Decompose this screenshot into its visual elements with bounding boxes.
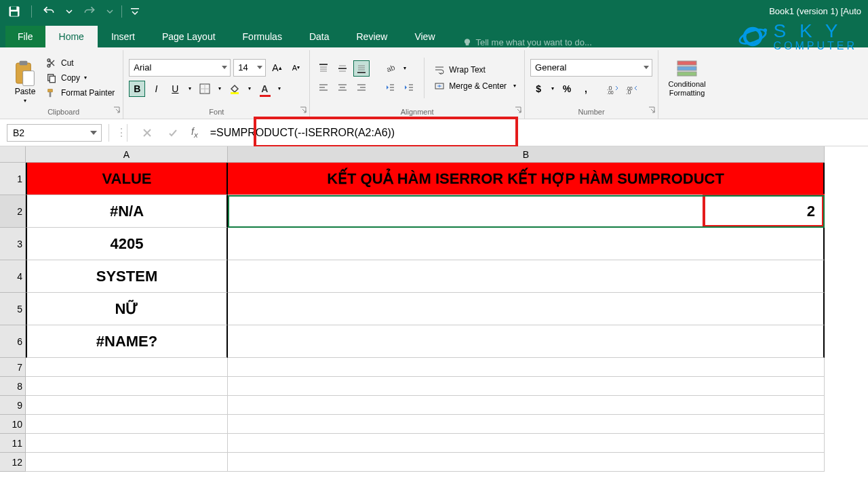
cell-B8[interactable] [228,377,825,396]
copy-button[interactable]: Copy ▾ [43,71,117,85]
select-all-corner[interactable] [0,146,26,163]
paste-button[interactable]: Paste ▾ [9,52,41,104]
tell-me-search[interactable]: Tell me what you want to do... [462,37,592,47]
tab-home[interactable]: Home [45,26,98,47]
dialog-launcher-icon[interactable] [300,106,307,115]
accounting-format-button[interactable]: $ [530,81,547,97]
cell-A10[interactable] [26,415,228,434]
decrease-font-button[interactable]: A▾ [288,60,304,76]
col-header-A[interactable]: A [26,146,228,163]
tab-formulas[interactable]: Formulas [229,26,296,47]
cell-B5[interactable] [228,293,825,325]
dialog-launcher-icon[interactable] [113,106,120,115]
cell-A11[interactable] [26,434,228,453]
cut-button[interactable]: Cut [43,56,117,70]
orientation-dropdown[interactable]: ▾ [401,60,409,77]
cell-A12[interactable] [26,453,228,472]
formula-input[interactable] [203,124,868,142]
redo-dropdown[interactable] [106,3,113,20]
cell-B10[interactable] [228,415,825,434]
font-color-button[interactable]: A [256,81,273,97]
cell-A4[interactable]: SYSTEM [26,260,228,293]
tab-page-layout[interactable]: Page Layout [149,26,229,47]
row-header-9[interactable]: 9 [0,396,26,415]
cell-B12[interactable] [228,453,825,472]
row-header-11[interactable]: 11 [0,434,26,453]
cancel-formula-button[interactable] [138,124,156,142]
borders-button[interactable] [197,81,213,97]
cell-A1[interactable]: VALUE [26,163,228,195]
dialog-launcher-icon[interactable] [515,106,521,115]
cell-B6[interactable] [228,325,825,358]
orientation-button[interactable]: ab [382,60,398,77]
fx-icon[interactable]: fx [191,126,198,139]
name-box[interactable]: B2 [7,124,102,142]
cell-A8[interactable] [26,377,228,396]
cell-A9[interactable] [26,396,228,415]
font-color-dropdown[interactable]: ▾ [275,81,283,97]
bold-button[interactable]: B [129,81,145,97]
wrap-text-button[interactable]: Wrap Text [431,63,519,77]
dialog-launcher-icon[interactable] [648,106,655,115]
underline-dropdown[interactable]: ▾ [186,81,194,97]
cell-B7[interactable] [228,358,825,377]
redo-button[interactable] [81,3,98,20]
row-header-2[interactable]: 2 [0,195,26,228]
number-format-combo[interactable]: General [530,59,652,77]
save-button[interactable] [5,3,23,20]
font-size-combo[interactable]: 14 [233,59,266,77]
cell-B3[interactable] [228,228,825,260]
row-header-1[interactable]: 1 [0,163,26,195]
undo-button[interactable] [40,3,58,20]
tab-view[interactable]: View [401,26,448,47]
percent-button[interactable]: % [559,81,575,97]
fill-color-dropdown[interactable]: ▾ [245,81,254,97]
tab-file[interactable]: File [5,26,45,47]
format-painter-button[interactable]: Format Painter [43,86,117,100]
cell-A2[interactable]: #N/A [26,195,228,228]
tab-review[interactable]: Review [343,26,401,47]
row-header-6[interactable]: 6 [0,325,26,358]
cell-B4[interactable] [228,260,825,293]
conditional-formatting-button[interactable]: Conditional Formatting [664,58,710,96]
row-header-5[interactable]: 5 [0,293,26,325]
col-header-B[interactable]: B [228,146,825,163]
row-header-8[interactable]: 8 [0,377,26,396]
row-header-4[interactable]: 4 [0,260,26,293]
increase-font-button[interactable]: A▴ [269,60,285,76]
merge-center-button[interactable]: Merge & Center ▾ [431,79,519,93]
decrease-indent-button[interactable] [382,79,398,96]
row-header-12[interactable]: 12 [0,453,26,472]
underline-button[interactable]: U [167,81,183,97]
worksheet-grid[interactable]: A B 1 VALUE KẾT QUẢ HÀM ISERROR KẾT HỢP … [0,146,868,488]
cell-A3[interactable]: 4205 [26,228,228,260]
cell-B2[interactable]: 2 [228,195,825,228]
fill-color-button[interactable] [226,81,243,97]
qat-customize[interactable] [130,3,140,20]
comma-button[interactable]: , [578,81,594,97]
align-middle-button[interactable] [334,60,351,77]
cell-B1[interactable]: KẾT QUẢ HÀM ISERROR KẾT HỢP HÀM SUMPRODU… [228,163,825,195]
cell-A7[interactable] [26,358,228,377]
accounting-dropdown[interactable]: ▾ [549,81,556,97]
cell-A6[interactable]: #NAME? [26,325,228,358]
align-top-button[interactable] [315,60,332,77]
row-header-7[interactable]: 7 [0,358,26,377]
align-center-button[interactable] [334,79,351,96]
tab-insert[interactable]: Insert [98,26,149,47]
enter-formula-button[interactable] [164,124,182,142]
cell-B11[interactable] [228,434,825,453]
decrease-decimal-button[interactable]: .00.0 [624,81,640,97]
cell-B9[interactable] [228,396,825,415]
row-header-3[interactable]: 3 [0,228,26,260]
align-right-button[interactable] [353,79,370,96]
undo-dropdown[interactable] [66,3,73,20]
font-name-combo[interactable]: Arial [129,59,231,77]
increase-indent-button[interactable] [401,79,417,96]
align-left-button[interactable] [315,79,332,96]
cell-A5[interactable]: NỮ [26,293,228,325]
align-bottom-button[interactable] [353,60,370,77]
row-header-10[interactable]: 10 [0,415,26,434]
increase-decimal-button[interactable]: .0.00 [605,81,621,97]
italic-button[interactable]: I [148,81,164,97]
